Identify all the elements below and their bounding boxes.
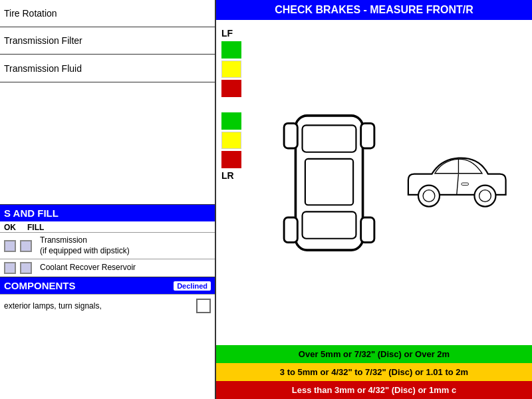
car-side-view xyxy=(402,96,509,269)
lr-label: LR xyxy=(221,170,247,181)
checkboxes-group xyxy=(4,262,32,274)
components-title: COMPONENTS xyxy=(4,280,76,291)
car-diagrams xyxy=(253,20,532,345)
service-item-label: Transmission Filter xyxy=(4,35,82,46)
coolant-item-label: Coolant Recover Reservoir xyxy=(40,263,136,273)
components-section: COMPONENTS Declined exterior lamps, turn… xyxy=(0,277,215,399)
checkboxes-group xyxy=(4,240,32,252)
components-header: COMPONENTS Declined xyxy=(0,277,215,294)
brake-header: CHECK BRAKES - MEASURE FRONT/R xyxy=(216,0,532,20)
declined-badge: Declined xyxy=(174,281,211,291)
legend-danger: Less than 3mm or 4/32" (Disc) or 1mm c xyxy=(216,381,532,399)
component-checkbox[interactable] xyxy=(196,299,211,313)
list-item: Tire Rotation xyxy=(0,0,215,27)
svg-rect-2 xyxy=(303,211,356,238)
svg-point-12 xyxy=(479,190,491,201)
svg-rect-14 xyxy=(462,183,469,186)
svg-rect-6 xyxy=(284,217,297,243)
legend-caution: 3 to 5mm or 4/32" to 7/32" (Disc) or 1.0… xyxy=(216,363,532,381)
list-item: Transmission Fluid xyxy=(0,55,215,82)
svg-rect-3 xyxy=(305,158,353,204)
red-indicator-2 xyxy=(221,151,241,168)
yellow-indicator xyxy=(221,61,241,78)
lf-label: LF xyxy=(221,28,247,39)
legend-good: Over 5mm or 7/32" (Disc) or Over 2m xyxy=(216,345,532,363)
service-item-label: Transmission Fluid xyxy=(4,63,82,74)
component-item-label: exterior lamps, turn signals, xyxy=(4,301,191,311)
list-item: Transmission Filter xyxy=(0,27,215,55)
col-fill-label: FILL xyxy=(27,223,54,232)
brake-main: LF LR xyxy=(216,20,532,345)
right-panel: CHECK BRAKES - MEASURE FRONT/R LF LR xyxy=(216,0,532,399)
service-items-section: Tire Rotation Transmission Filter Transm… xyxy=(0,0,215,82)
list-item: exterior lamps, turn signals, xyxy=(0,294,215,317)
green-indicator-2 xyxy=(221,112,241,130)
fluid-item-label: Transmission(if equipped with dipstick) xyxy=(40,235,130,256)
green-indicator xyxy=(221,41,241,59)
and-fill-section: S AND FILL OK FILL Transmission(if equip… xyxy=(0,205,215,277)
and-fill-header: S AND FILL xyxy=(0,205,215,221)
spacer xyxy=(0,82,215,205)
ok-checkbox[interactable] xyxy=(4,262,16,274)
svg-rect-5 xyxy=(361,123,374,148)
service-item-label: Tire Rotation xyxy=(4,8,57,19)
svg-rect-4 xyxy=(284,123,297,148)
ok-checkbox[interactable] xyxy=(4,240,16,252)
list-item: Coolant Recover Reservoir xyxy=(0,259,215,277)
car-top-view xyxy=(276,96,382,269)
indicators-column: LF LR xyxy=(216,20,253,345)
svg-point-10 xyxy=(423,190,435,201)
brake-legend: Over 5mm or 7/32" (Disc) or Over 2m 3 to… xyxy=(216,345,532,399)
svg-rect-1 xyxy=(303,125,356,152)
bottom-indicators: LR xyxy=(221,112,247,184)
svg-rect-7 xyxy=(361,217,374,243)
and-fill-col-headers: OK FILL xyxy=(0,221,215,232)
left-panel: Tire Rotation Transmission Filter Transm… xyxy=(0,0,216,399)
list-item: Transmission(if equipped with dipstick) xyxy=(0,232,215,259)
yellow-indicator-2 xyxy=(221,132,241,149)
col-ok-label: OK xyxy=(4,223,27,232)
red-indicator xyxy=(221,80,241,97)
fill-checkbox[interactable] xyxy=(20,262,32,274)
fill-checkbox[interactable] xyxy=(20,240,32,252)
